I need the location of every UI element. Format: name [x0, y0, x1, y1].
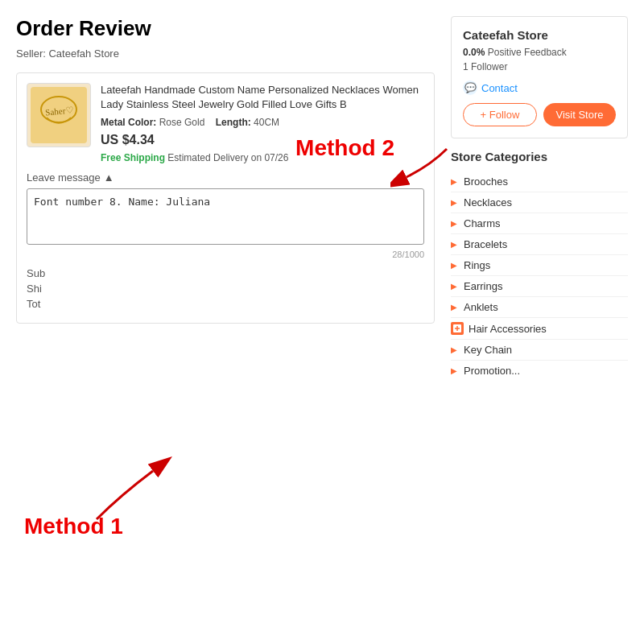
store-name: Cateefah Store [463, 28, 616, 42]
total-label: Tot [27, 298, 40, 310]
char-count: 28/1000 [27, 250, 424, 259]
chevron-right-icon: ▶ [451, 345, 459, 354]
right-column: Cateefah Store 0.0% Positive Feedback 1 … [451, 16, 628, 628]
contact-icon: 💬 [463, 80, 477, 95]
category-item[interactable]: ▶Charms [451, 213, 628, 234]
product-name: Lateefah Handmade Custom Name Personaliz… [101, 83, 424, 112]
followers-count: 1 [463, 61, 469, 72]
chevron-right-icon: ▶ [451, 198, 459, 207]
subtotal-row: Sub [27, 267, 424, 279]
followers-label: Follower [471, 61, 507, 72]
category-icon-orange [451, 322, 464, 335]
method2-arrow [390, 141, 463, 189]
category-item[interactable]: ▶Earrings [451, 276, 628, 297]
product-section: Saher♡ Lateefah Handmade Custom Name Per… [16, 72, 435, 324]
contact-link[interactable]: 💬 Contact [463, 80, 616, 95]
category-label: Brooches [464, 175, 508, 188]
category-label: Bracelets [464, 238, 507, 250]
chevron-right-icon: ▶ [451, 366, 459, 375]
method1-arrow [80, 447, 177, 527]
product-attributes: Metal Color: Rose Gold Length: 40CM [101, 117, 424, 128]
shipping-cost-label: Shi [27, 283, 42, 295]
category-item[interactable]: ▶Anklets [451, 297, 628, 318]
category-label: Hair Accessories [469, 323, 547, 335]
follow-button[interactable]: + Follow [463, 103, 537, 126]
message-textarea[interactable]: Font number 8. Name: Juliana [27, 188, 424, 245]
feedback-label: Positive Feedback [488, 47, 567, 58]
chevron-right-icon: ▶ [451, 240, 459, 249]
visit-store-button[interactable]: Visit Store [543, 103, 616, 126]
store-card: Cateefah Store 0.0% Positive Feedback 1 … [451, 16, 628, 138]
leave-message-section: Leave message ▲ Font number 8. Name: Jul… [27, 171, 424, 259]
categories-title: Store Categories [451, 150, 628, 163]
store-feedback: 0.0% Positive Feedback [463, 47, 616, 58]
seller-name: Cateefah Store [48, 47, 118, 60]
category-item[interactable]: ▶Brooches [451, 171, 628, 192]
store-categories: Store Categories ▶Brooches▶Necklaces▶Cha… [451, 150, 628, 381]
category-label: Necklaces [464, 196, 512, 208]
shipping-row: Shi [27, 283, 424, 295]
chevron-right-icon: ▶ [451, 282, 459, 291]
leave-message-toggle[interactable]: Leave message ▲ [27, 171, 424, 184]
category-label: Earrings [464, 280, 502, 292]
category-item[interactable]: ▶Key Chain [451, 340, 628, 361]
category-item[interactable]: ▶Promotion... [451, 361, 628, 381]
page-title: Order Review [16, 16, 435, 41]
summary-rows: Sub Shi Tot [27, 267, 424, 310]
chevron-up-icon: ▲ [104, 171, 114, 184]
metal-color-label: Metal Color: [101, 117, 156, 128]
seller-label: Seller: [16, 47, 46, 60]
leave-message-text: Leave message [27, 171, 101, 184]
category-label: Promotion... [464, 365, 520, 377]
total-row: Tot [27, 298, 424, 310]
category-item[interactable]: ▶Rings [451, 255, 628, 276]
chevron-right-icon: ▶ [451, 261, 459, 270]
category-item[interactable]: ▶Necklaces [451, 192, 628, 213]
length-value: 40CM [254, 117, 279, 128]
category-label: Anklets [464, 301, 498, 313]
chevron-right-icon: ▶ [451, 303, 459, 312]
product-image: Saher♡ [27, 83, 91, 147]
category-item[interactable]: ▶Bracelets [451, 234, 628, 255]
category-item[interactable]: Hair Accessories [451, 318, 628, 340]
free-shipping-label: Free Shipping [101, 152, 165, 163]
method2-label: Method 2 [295, 135, 394, 161]
metal-color-value: Rose Gold [159, 117, 205, 128]
seller-info: Seller: Cateefah Store [16, 47, 435, 60]
category-label: Rings [464, 259, 490, 271]
category-label: Key Chain [464, 344, 512, 356]
store-followers: 1 Follower [463, 61, 616, 72]
delivery-info: Estimated Delivery on 07/26 [167, 152, 288, 163]
chevron-right-icon: ▶ [451, 219, 459, 228]
length-label: Length: [216, 117, 251, 128]
category-label: Charms [464, 217, 501, 229]
subtotal-label: Sub [27, 267, 45, 279]
contact-label: Contact [481, 82, 518, 94]
feedback-percent: 0.0% [463, 47, 485, 58]
categories-list: ▶Brooches▶Necklaces▶Charms▶Bracelets▶Rin… [451, 171, 628, 381]
store-actions: + Follow Visit Store [463, 103, 616, 126]
